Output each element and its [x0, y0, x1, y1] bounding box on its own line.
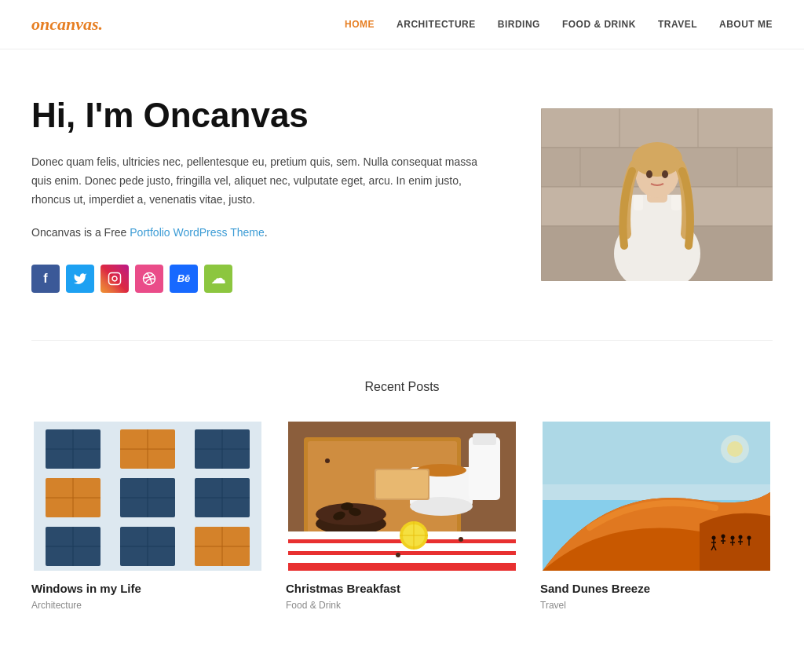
social-icons-container: f Bē ☁ [31, 265, 487, 293]
recent-posts-title: Recent Posts [31, 380, 773, 394]
post-card-2[interactable]: Christmas Breakfast Food & Drink [286, 422, 518, 611]
post-category-link-1[interactable]: Architecture [31, 600, 82, 611]
portrait-svg [541, 108, 773, 281]
svg-rect-68 [288, 543, 516, 551]
svg-rect-65 [376, 470, 428, 499]
post-image-1 [31, 422, 264, 571]
logo-name: oncanvas [31, 14, 99, 34]
svg-rect-23 [671, 195, 681, 210]
header: oncanvas. HOME ARCHITECTURE BIRDING FOOD… [0, 0, 804, 49]
svg-rect-6 [541, 108, 773, 148]
nav-item-about-me[interactable]: ABOUT ME [719, 19, 773, 30]
svg-point-20 [646, 170, 652, 178]
post-category-link-3[interactable]: Travel [540, 600, 566, 611]
food-image [286, 422, 518, 571]
travel-image [540, 422, 773, 571]
nav-item-birding[interactable]: BIRDING [498, 19, 540, 30]
architecture-image [31, 422, 264, 571]
post-category-1: Architecture [31, 600, 264, 611]
hero-section: Hi, I'm Oncanvas Donec quam felis, ultri… [0, 49, 804, 332]
svg-point-99 [727, 441, 743, 457]
post-category-link-2[interactable]: Food & Drink [286, 600, 341, 611]
logo-dot: . [99, 14, 104, 34]
svg-point-19 [632, 142, 682, 177]
hero-text-block: Hi, I'm Oncanvas Donec quam felis, ultri… [31, 97, 487, 293]
svg-point-77 [459, 537, 463, 542]
hero-heading: Hi, I'm Oncanvas [31, 97, 487, 134]
hero-image [541, 108, 773, 281]
post-title-2: Christmas Breakfast [286, 582, 518, 595]
instagram-icon[interactable] [100, 265, 129, 293]
post-image-3 [540, 422, 773, 571]
dribbble-icon[interactable] [135, 265, 163, 293]
nav-item-architecture[interactable]: ARCHITECTURE [397, 19, 476, 30]
portfolio-text-after: . [265, 226, 268, 239]
nav-item-travel[interactable]: TRAVEL [658, 19, 697, 30]
svg-point-21 [662, 170, 668, 178]
twitter-icon[interactable] [66, 265, 94, 293]
post-image-2 [286, 422, 518, 571]
post-title-3: Sand Dunes Breeze [540, 582, 773, 595]
cloud-icon[interactable]: ☁ [204, 265, 232, 293]
post-card-3[interactable]: Sand Dunes Breeze Travel [540, 422, 773, 611]
recent-posts-section: Recent Posts [0, 349, 804, 650]
svg-point-90 [731, 535, 735, 539]
svg-point-76 [325, 458, 330, 463]
hero-paragraph: Donec quam felis, ultricies nec, pellent… [31, 153, 487, 209]
section-divider [31, 340, 773, 341]
post-card-1[interactable]: Windows in my Life Architecture [31, 422, 264, 611]
svg-rect-22 [634, 195, 643, 210]
svg-rect-69 [288, 555, 516, 563]
svg-point-96 [747, 535, 751, 539]
nav-item-home[interactable]: HOME [345, 19, 375, 30]
svg-rect-74 [469, 437, 500, 500]
post-category-2: Food & Drink [286, 600, 518, 611]
portfolio-link[interactable]: Portfolio WordPress Theme [130, 226, 264, 239]
logo-text: oncanvas. [31, 14, 103, 34]
svg-point-93 [739, 535, 743, 539]
post-title-1: Windows in my Life [31, 582, 264, 595]
svg-point-78 [396, 553, 400, 557]
facebook-icon[interactable]: f [31, 265, 60, 293]
portfolio-text-before: Oncanvas is a Free [31, 226, 130, 239]
behance-icon[interactable]: Bē [170, 265, 198, 293]
svg-point-87 [722, 534, 725, 538]
svg-rect-0 [109, 272, 121, 284]
portfolio-line: Oncanvas is a Free Portfolio WordPress T… [31, 224, 487, 243]
svg-point-82 [712, 535, 716, 539]
svg-rect-75 [473, 433, 496, 445]
logo[interactable]: oncanvas. [31, 14, 103, 35]
svg-rect-81 [543, 484, 770, 500]
posts-grid: Windows in my Life Architecture [31, 422, 773, 611]
main-nav: HOME ARCHITECTURE BIRDING FOOD & DRINK T… [345, 19, 773, 30]
post-category-3: Travel [540, 600, 773, 611]
nav-item-food-drink[interactable]: FOOD & DRINK [562, 19, 636, 30]
